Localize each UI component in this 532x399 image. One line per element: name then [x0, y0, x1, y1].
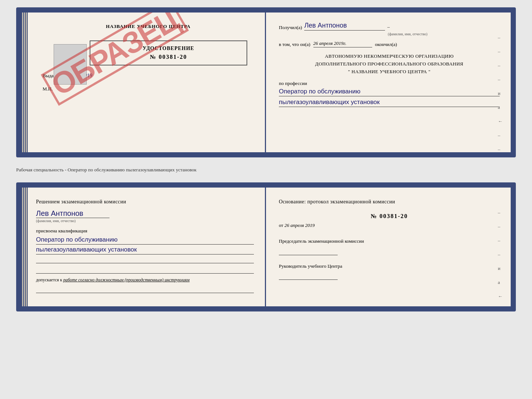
photo-placeholder: [54, 44, 87, 85]
profession-label: по профессии: [279, 81, 500, 86]
side-dashes: – – – – и а ← – – – – –: [498, 35, 503, 157]
rukov-label: Руководитель учебного Центра: [279, 263, 500, 270]
fio-caption-top: (фамилия, имя, отчество): [316, 32, 500, 36]
profession-name-line1: Оператор по обслуживанию: [279, 88, 500, 96]
kvali-line1: Оператор по обслуживанию: [36, 236, 254, 245]
org-line3: " НАЗВАНИЕ УЧЕБНОГО ЦЕНТРА ": [279, 68, 500, 76]
vtom-label: в том, что он(а): [279, 42, 310, 47]
recipient-line: Получил(а) Лев Антпонов –: [279, 22, 500, 31]
cert-title: УДОСТОВЕРЕНИЕ: [96, 46, 241, 51]
kvali-label: присвоена квалификация: [36, 228, 254, 234]
org-line2: ДОПОЛНИТЕЛЬНОГО ПРОФЕССИОНАЛЬНОГО ОБРАЗО…: [279, 60, 500, 68]
osnov-title: Основание: протокол экзаменационной коми…: [279, 198, 500, 206]
org-block: АВТОНОМНУЮ НЕКОММЕРЧЕСКУЮ ОРГАНИЗАЦИЮ ДО…: [279, 53, 500, 75]
bottom-fio-caption: (фамилия, имя, отчество): [36, 219, 254, 223]
okoncil-label: окончил(а): [375, 42, 397, 47]
kvali-line2: пылегазоулавливающих установок: [36, 246, 254, 254]
separator-text: Рабочая специальность - Оператор по обсл…: [16, 163, 516, 177]
vtom-date: 26 апреля 2019г.: [313, 40, 372, 47]
cert-number: № 00381-20: [96, 54, 241, 60]
bottom-person-name: Лев Антпонов: [36, 209, 109, 218]
blank-line-3: [36, 286, 254, 293]
dopusk-label: допускается к: [36, 277, 62, 282]
blank-line-2: [36, 266, 254, 274]
chairman-block: Председатель экзаменационной комиссии: [279, 238, 500, 255]
protocol-date-prefix: от: [279, 222, 283, 228]
certificate-box: УДОСТОВЕРЕНИЕ № 00381-20: [90, 40, 247, 65]
bottom-right-page: – – – – и а ← – – – – – Основание: прото…: [266, 188, 511, 306]
org-line1: АВТОНОМНУЮ НЕКОММЕРЧЕСКУЮ ОРГАНИЗАЦИЮ: [279, 53, 500, 60]
dopusk-text: работе согласно должностным (производств…: [63, 277, 190, 282]
dopusk-block: допускается к работе согласно должностны…: [36, 277, 254, 283]
top-right-page: – – – – и а ← – – – – – Получил(а) Лев А…: [266, 13, 511, 152]
received-label: Получил(а): [279, 25, 302, 31]
chairman-label: Председатель экзаменационной комиссии: [279, 238, 500, 245]
commission-title: Решением экзаменационной комиссии: [36, 198, 254, 206]
top-left-page: НАЗВАНИЕ УЧЕБНОГО ЦЕНТРА УДОСТОВЕРЕНИЕ №…: [21, 13, 266, 152]
blank-line-1: [36, 256, 254, 263]
chairman-sig-line: [279, 248, 338, 255]
bottom-left-page: Решением экзаменационной комиссии Лев Ан…: [21, 188, 266, 306]
spine-decoration-left: [21, 13, 28, 152]
top-left-title: НАЗВАНИЕ УЧЕБНОГО ЦЕНТРА: [43, 24, 254, 29]
rukov-block: Руководитель учебного Центра: [279, 263, 500, 280]
top-document-spread: НАЗВАНИЕ УЧЕБНОГО ЦЕНТРА УДОСТОВЕРЕНИЕ №…: [16, 7, 516, 157]
mp-label: М.П.: [43, 86, 254, 92]
bottom-document-spread: Решением экзаменационной комиссии Лев Ан…: [16, 182, 516, 311]
profession-name-line2: пылегазоулавливающих установок: [279, 99, 500, 107]
rukov-sig-line: [279, 272, 338, 280]
protocol-date: от 26 апреля 2019: [279, 222, 500, 228]
vtom-line: в том, что он(а) 26 апреля 2019г. окончи…: [279, 40, 500, 47]
side-dashes-bottom: – – – – и а ← – – – – –: [498, 210, 503, 311]
spine-decoration-bottom-left: [21, 188, 28, 306]
protocol-date-value: 26 апреля 2019: [284, 222, 314, 228]
protocol-number: № 00381-20: [279, 213, 500, 220]
recipient-name: Лев Антпонов: [304, 22, 385, 31]
